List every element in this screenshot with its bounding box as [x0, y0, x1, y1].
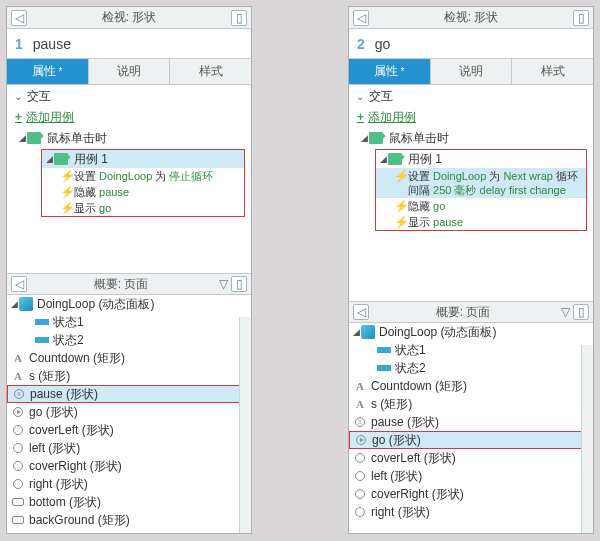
list-item-state1[interactable]: 状态1 [349, 341, 593, 359]
doc-icon[interactable]: ▯ [231, 10, 247, 26]
section-interaction[interactable]: ⌄ 交互 [7, 85, 251, 107]
list-item-state2[interactable]: 状态2 [7, 331, 251, 349]
list-item-bottom[interactable]: bottom (形状) [7, 493, 251, 511]
lightning-icon: ⚡ [394, 215, 406, 229]
lightning-icon: ⚡ [60, 169, 72, 183]
event-icon [27, 132, 41, 144]
panel-icon [361, 325, 375, 339]
case-label: 用例 1 [74, 151, 108, 168]
list-item-s[interactable]: As (矩形) [349, 395, 593, 413]
lightning-icon: ⚡ [60, 201, 72, 215]
action-set[interactable]: ⚡ 设置 DoingLoop 为 Next wrap 循环间隔 250 毫秒 d… [376, 168, 586, 198]
shape-icon [13, 443, 23, 453]
list-item-right[interactable]: right (形状) [7, 475, 251, 493]
list-item-coverleft[interactable]: coverLeft (形状) [7, 421, 251, 439]
tab-properties[interactable]: 属性* [349, 59, 431, 84]
event-node[interactable]: ◢ 鼠标单击时 [349, 129, 593, 147]
filter-icon[interactable]: ▽ [215, 276, 231, 292]
tab-notes[interactable]: 说明 [89, 59, 171, 84]
doc-icon[interactable]: ▯ [573, 304, 589, 320]
collapse-left-icon[interactable]: ◁ [353, 304, 369, 320]
text-icon: A [353, 379, 367, 393]
outline-title: 概要: 页面 [94, 276, 149, 293]
case-node[interactable]: ◢ 用例 1 [376, 150, 586, 168]
list-item-coverleft[interactable]: coverLeft (形状) [349, 449, 593, 467]
lightning-icon: ⚡ [60, 185, 72, 199]
list-item-left[interactable]: left (形状) [349, 467, 593, 485]
list-item-doingloop[interactable]: ◢DoingLoop (动态面板) [7, 295, 251, 313]
action-hide[interactable]: ⚡ 隐藏 go [376, 198, 586, 214]
list-item-left[interactable]: left (形状) [7, 439, 251, 457]
outline-list: ◢DoingLoop (动态面板) 状态1 状态2 ACountdown (矩形… [349, 323, 593, 533]
shape-icon [13, 425, 23, 435]
add-case-label: 添加用例 [26, 109, 74, 126]
inspector-tabs: 属性* 说明 样式 [7, 59, 251, 85]
list-item-countdown[interactable]: ACountdown (矩形) [349, 377, 593, 395]
plus-icon: + [15, 110, 22, 124]
panel-title: 检视: 形状 [444, 9, 499, 26]
shape-icon [355, 453, 365, 463]
chevron-down-icon[interactable]: ⌄ [355, 91, 365, 102]
scrollbar[interactable] [239, 317, 251, 533]
list-item-go[interactable]: go (形状) [7, 403, 251, 421]
doc-icon[interactable]: ▯ [231, 276, 247, 292]
case-label: 用例 1 [408, 151, 442, 168]
tri-icon[interactable]: ◢ [46, 154, 54, 164]
action-show[interactable]: ⚡ 显示 go [42, 200, 244, 216]
interaction-tree: ◢ 鼠标单击时 ◢ 用例 1 ⚡ 设置 DoingLoop 为 停止循环 ⚡ 隐… [7, 127, 251, 227]
list-item-right[interactable]: right (形状) [349, 503, 593, 521]
section-interaction-label: 交互 [369, 88, 393, 105]
shape-icon [355, 507, 365, 517]
add-case-link[interactable]: + 添加用例 [349, 107, 593, 127]
shape-icon [13, 479, 23, 489]
section-interaction[interactable]: ⌄ 交互 [349, 85, 593, 107]
collapse-left-icon[interactable]: ◁ [11, 276, 27, 292]
list-item-coverright[interactable]: coverRight (形状) [7, 457, 251, 475]
object-index: 1 [15, 36, 23, 52]
tri-icon[interactable]: ◢ [19, 133, 27, 143]
state-icon [377, 365, 391, 371]
state-icon [35, 319, 49, 325]
list-item-background[interactable]: backGround (矩形) [7, 511, 251, 529]
tab-properties[interactable]: 属性* [7, 59, 89, 84]
panel-right: ◁ 检视: 形状 ▯ 2 go 属性* 说明 样式 ⌄ 交互 + 添加用例 ◢ … [348, 6, 594, 534]
text-icon: A [353, 397, 367, 411]
list-item-pause[interactable]: pause (形状) [349, 413, 593, 431]
tab-style[interactable]: 样式 [170, 59, 251, 84]
tab-notes[interactable]: 说明 [431, 59, 513, 84]
scrollbar[interactable] [581, 345, 593, 533]
pause-icon [14, 389, 24, 399]
event-label: 鼠标单击时 [47, 130, 107, 147]
play-icon [13, 407, 23, 417]
tab-style[interactable]: 样式 [512, 59, 593, 84]
titlebar: ◁ 检视: 形状 ▯ [7, 7, 251, 29]
tri-icon[interactable]: ◢ [380, 154, 388, 164]
action-hide[interactable]: ⚡ 隐藏 pause [42, 184, 244, 200]
shape-icon [355, 489, 365, 499]
panel-left: ◁ 检视: 形状 ▯ 1 pause 属性* 说明 样式 ⌄ 交互 + 添加用例… [6, 6, 252, 534]
doc-icon[interactable]: ▯ [573, 10, 589, 26]
list-item-s[interactable]: As (矩形) [7, 367, 251, 385]
chevron-down-icon[interactable]: ⌄ [13, 91, 23, 102]
event-label: 鼠标单击时 [389, 130, 449, 147]
list-item-doingloop[interactable]: ◢DoingLoop (动态面板) [349, 323, 593, 341]
list-item-coverright[interactable]: coverRight (形状) [349, 485, 593, 503]
filter-icon[interactable]: ▽ [557, 304, 573, 320]
list-item-countdown[interactable]: ACountdown (矩形) [7, 349, 251, 367]
collapse-left-icon[interactable]: ◁ [11, 10, 27, 26]
case-node[interactable]: ◢ 用例 1 [42, 150, 244, 168]
object-name[interactable]: pause [33, 36, 71, 52]
action-set[interactable]: ⚡ 设置 DoingLoop 为 停止循环 [42, 168, 244, 184]
tri-icon[interactable]: ◢ [361, 133, 369, 143]
collapse-left-icon[interactable]: ◁ [353, 10, 369, 26]
list-item-pause[interactable]: pause (形状) [7, 385, 251, 403]
list-item-state2[interactable]: 状态2 [349, 359, 593, 377]
rect-icon [12, 498, 24, 506]
object-name[interactable]: go [375, 36, 391, 52]
event-node[interactable]: ◢ 鼠标单击时 [7, 129, 251, 147]
action-show[interactable]: ⚡ 显示 pause [376, 214, 586, 230]
list-item-go[interactable]: go (形状) [349, 431, 593, 449]
add-case-link[interactable]: + 添加用例 [7, 107, 251, 127]
shape-icon [355, 471, 365, 481]
list-item-state1[interactable]: 状态1 [7, 313, 251, 331]
